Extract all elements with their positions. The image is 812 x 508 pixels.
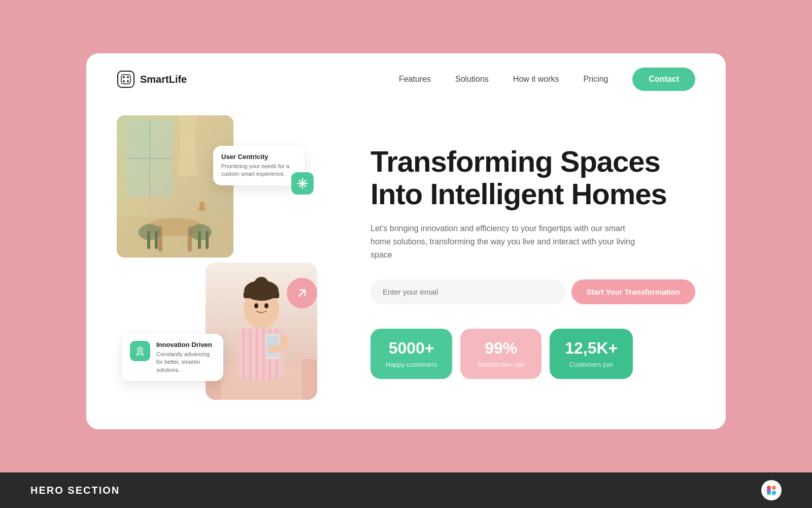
logo-icon — [117, 70, 135, 88]
svg-point-45 — [302, 178, 303, 179]
hero-title-line2: Into Intelligent Homes — [370, 177, 667, 210]
stat-card-join: 12,5K+ Customers join — [550, 329, 633, 379]
float-card-top-desc: Prioritizing your needs for a custom sma… — [221, 163, 296, 178]
nav-solutions[interactable]: Solutions — [455, 75, 489, 84]
svg-point-2 — [123, 76, 125, 78]
stats-row: 5000+ Happy customers 99% Satisfaction r… — [370, 329, 695, 379]
nav-links: Features Solutions How it works Pricing … — [399, 68, 695, 91]
cta-button[interactable]: Start Your Transformation — [571, 279, 695, 304]
svg-rect-1 — [121, 75, 130, 84]
innovation-icon-container — [130, 341, 150, 361]
room-image-inner — [117, 115, 233, 258]
svg-rect-13 — [155, 231, 158, 249]
svg-point-4 — [123, 80, 125, 82]
float-card-top-title: User Centricity — [221, 153, 296, 161]
right-panel: Transforming Spaces Into Intelligent Hom… — [360, 115, 695, 409]
contact-button[interactable]: Contact — [632, 68, 695, 91]
svg-point-3 — [127, 76, 129, 78]
hero-title-line1: Transforming Spaces — [370, 145, 660, 178]
main-content: User Centricity Prioritizing your needs … — [86, 105, 726, 429]
outer-wrapper: SmartLife Features Solutions How it work… — [0, 0, 812, 472]
svg-point-38 — [264, 303, 268, 308]
svg-rect-55 — [767, 488, 771, 492]
float-card-user-centricity: User Centricity Prioritizing your needs … — [213, 146, 304, 185]
room-image — [117, 115, 233, 258]
snowflake-icon-container — [291, 172, 314, 195]
stat-card-customers: 5000+ Happy customers — [370, 329, 452, 379]
room-scene-svg — [117, 115, 233, 258]
stat-label-satisfaction: Satisfaction rate — [478, 361, 525, 368]
main-card: SmartLife Features Solutions How it work… — [86, 53, 726, 429]
arrow-icon — [295, 286, 309, 300]
svg-rect-12 — [147, 231, 150, 249]
svg-point-36 — [254, 277, 268, 291]
svg-point-5 — [127, 80, 129, 82]
email-cta-row: Start Your Transformation — [370, 279, 695, 304]
nav-pricing[interactable]: Pricing — [584, 75, 608, 84]
stat-label-join: Customers join — [569, 361, 614, 368]
stat-number-customers: 5000+ — [386, 339, 437, 358]
svg-rect-0 — [118, 71, 134, 87]
innovation-icon — [134, 345, 146, 357]
stat-number-satisfaction: 99% — [476, 339, 526, 358]
left-panel: User Centricity Prioritizing your needs … — [117, 115, 340, 400]
svg-rect-52 — [772, 486, 776, 490]
svg-rect-21 — [199, 202, 205, 210]
svg-rect-15 — [198, 231, 201, 249]
hero-description: Let's bringing innovation and efficiency… — [370, 222, 645, 261]
svg-point-46 — [302, 187, 303, 188]
stat-label-customers: Happy customers — [386, 361, 437, 368]
email-input[interactable] — [370, 279, 565, 304]
svg-point-47 — [297, 182, 299, 184]
arrow-button[interactable] — [287, 278, 317, 308]
nav-how-it-works[interactable]: How it works — [513, 75, 559, 84]
float-card-bottom-title: Innovation Driven — [156, 341, 215, 348]
figma-icon — [761, 480, 782, 500]
stat-card-satisfaction: 99% Satisfaction rate — [460, 329, 542, 379]
svg-rect-25 — [302, 359, 317, 400]
svg-point-50 — [139, 348, 141, 351]
stat-number-join: 12,5K+ — [565, 339, 618, 358]
figma-logo — [766, 485, 776, 495]
footer-section-label: HERO SECTION — [30, 485, 120, 496]
brand-name: SmartLife — [140, 74, 187, 85]
svg-rect-16 — [206, 231, 209, 249]
nav-features[interactable]: Features — [399, 75, 431, 84]
float-card-innovation: Innovation Driven Constantly advancing f… — [122, 334, 223, 381]
svg-point-54 — [772, 491, 776, 495]
footer-bar: HERO SECTION — [0, 472, 812, 508]
snowflake-icon — [297, 178, 308, 189]
svg-point-48 — [307, 182, 308, 184]
navbar: SmartLife Features Solutions How it work… — [86, 53, 726, 105]
logo: SmartLife — [117, 70, 187, 88]
float-card-bottom-desc: Constantly advancing for better, smarter… — [156, 351, 215, 374]
hero-title: Transforming Spaces Into Intelligent Hom… — [370, 145, 695, 210]
svg-point-37 — [254, 303, 258, 308]
float-card-bottom-text: Innovation Driven Constantly advancing f… — [156, 341, 215, 374]
